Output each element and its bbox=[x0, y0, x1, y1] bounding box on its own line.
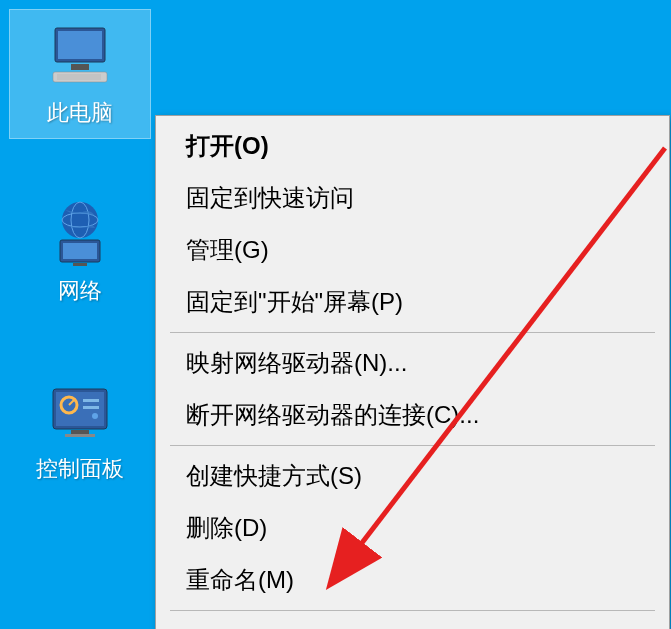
control-panel-icon bbox=[45, 376, 115, 446]
menu-item-open[interactable]: 打开(O) bbox=[156, 120, 669, 172]
svg-rect-11 bbox=[63, 243, 97, 259]
menu-item-disconnect-drive[interactable]: 断开网络驱动器的连接(C)... bbox=[156, 389, 669, 441]
menu-item-map-drive[interactable]: 映射网络驱动器(N)... bbox=[156, 337, 669, 389]
menu-item-manage[interactable]: 管理(G) bbox=[156, 224, 669, 276]
svg-rect-12 bbox=[73, 263, 87, 266]
svg-rect-2 bbox=[71, 64, 89, 70]
svg-rect-20 bbox=[65, 434, 95, 437]
desktop-icon-this-pc[interactable]: 此电脑 bbox=[10, 10, 150, 138]
menu-separator bbox=[170, 610, 655, 611]
desktop-icon-control-panel[interactable]: 控制面板 bbox=[10, 366, 150, 494]
svg-rect-1 bbox=[58, 31, 102, 59]
desktop-icon-label: 控制面板 bbox=[36, 454, 124, 484]
svg-rect-16 bbox=[83, 399, 99, 402]
desktop-icon-label: 网络 bbox=[58, 276, 102, 306]
menu-separator bbox=[170, 445, 655, 446]
svg-rect-17 bbox=[83, 406, 99, 409]
context-menu: 打开(O) 固定到快速访问 管理(G) 固定到"开始"屏幕(P) 映射网络驱动器… bbox=[155, 115, 670, 629]
svg-rect-19 bbox=[71, 430, 89, 434]
menu-item-pin-quick-access[interactable]: 固定到快速访问 bbox=[156, 172, 669, 224]
network-icon bbox=[45, 198, 115, 268]
menu-item-properties[interactable]: 属性(R) bbox=[156, 615, 669, 629]
desktop-icon-network[interactable]: 网络 bbox=[10, 188, 150, 316]
desktop-icons-area: 此电脑 网络 bbox=[10, 10, 150, 544]
svg-point-7 bbox=[62, 202, 98, 238]
this-pc-icon bbox=[45, 20, 115, 90]
menu-item-delete[interactable]: 删除(D) bbox=[156, 502, 669, 554]
svg-point-18 bbox=[92, 413, 98, 419]
menu-separator bbox=[170, 332, 655, 333]
menu-item-create-shortcut[interactable]: 创建快捷方式(S) bbox=[156, 450, 669, 502]
menu-item-pin-start[interactable]: 固定到"开始"屏幕(P) bbox=[156, 276, 669, 328]
menu-item-rename[interactable]: 重命名(M) bbox=[156, 554, 669, 606]
desktop-icon-label: 此电脑 bbox=[47, 98, 113, 128]
